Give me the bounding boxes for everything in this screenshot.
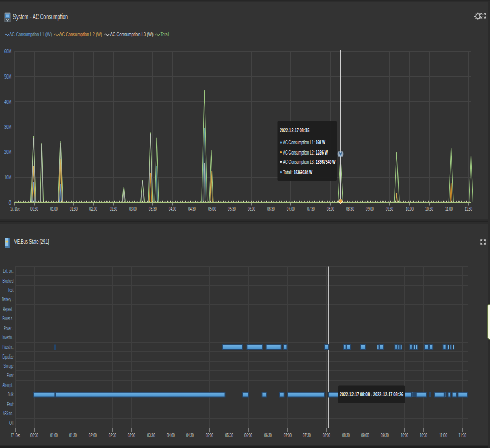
svg-text:Power ..: Power .. bbox=[4, 326, 14, 331]
svg-text:05:30: 05:30 bbox=[225, 432, 233, 438]
svg-text:09:30: 09:30 bbox=[381, 432, 389, 438]
svg-text:AC Consumption L2 (W): AC Consumption L2 (W) bbox=[59, 31, 102, 37]
svg-text:03:00: 03:00 bbox=[129, 206, 137, 212]
svg-text:05:30: 05:30 bbox=[228, 206, 236, 212]
svg-text:Total: Total bbox=[161, 31, 169, 37]
svg-text:04:00: 04:00 bbox=[169, 206, 176, 212]
svg-text:50M: 50M bbox=[4, 73, 11, 80]
svg-text:08:30: 08:30 bbox=[346, 206, 354, 212]
svg-text:09:30: 09:30 bbox=[386, 206, 393, 212]
svg-text:09:00: 09:00 bbox=[366, 206, 374, 212]
svg-text:18367540 W: 18367540 W bbox=[316, 159, 336, 165]
svg-text:Power s..: Power s.. bbox=[3, 316, 14, 321]
svg-text:17. Dec: 17. Dec bbox=[11, 432, 20, 438]
svg-text:05:00: 05:00 bbox=[208, 206, 216, 212]
svg-text:AC Consumption L1:: AC Consumption L1: bbox=[283, 139, 315, 145]
svg-text:10:00: 10:00 bbox=[401, 432, 408, 438]
svg-text:2022-12-17 08:08 - 2022-12-17: 2022-12-17 08:08 - 2022-12-17 08:26 bbox=[340, 391, 403, 397]
svg-text:06:30: 06:30 bbox=[267, 206, 275, 212]
svg-text:06:00: 06:00 bbox=[244, 432, 252, 438]
svg-text:08:30: 08:30 bbox=[342, 432, 350, 438]
svg-text:Test: Test bbox=[8, 287, 14, 293]
svg-text:06:00: 06:00 bbox=[248, 206, 255, 212]
svg-text:Float: Float bbox=[7, 373, 14, 378]
svg-text:02:30: 02:30 bbox=[110, 206, 117, 212]
svg-text:Blocked: Blocked bbox=[3, 278, 14, 284]
svg-text:02:00: 02:00 bbox=[89, 432, 97, 438]
svg-text:01:00: 01:00 bbox=[50, 206, 58, 212]
svg-text:02:00: 02:00 bbox=[89, 206, 97, 212]
svg-text:18369034 W: 18369034 W bbox=[294, 169, 312, 175]
svg-text:Invertin..: Invertin.. bbox=[3, 335, 14, 341]
svg-text:10:30: 10:30 bbox=[425, 206, 433, 212]
svg-text:11:30: 11:30 bbox=[458, 432, 466, 438]
svg-text:03:30: 03:30 bbox=[147, 432, 155, 438]
svg-text:11:30: 11:30 bbox=[465, 206, 472, 212]
svg-text:04:30: 04:30 bbox=[188, 206, 196, 212]
svg-text:07:00: 07:00 bbox=[284, 432, 292, 438]
svg-text:40M: 40M bbox=[4, 99, 11, 105]
svg-text:17. Dec: 17. Dec bbox=[10, 206, 20, 212]
svg-text:03:00: 03:00 bbox=[128, 432, 135, 438]
svg-text:09:00: 09:00 bbox=[361, 432, 369, 438]
svg-text:Total:: Total: bbox=[283, 169, 293, 175]
svg-text:00:30: 00:30 bbox=[30, 432, 38, 438]
svg-text:01:30: 01:30 bbox=[70, 206, 78, 212]
svg-text:10M: 10M bbox=[4, 174, 11, 180]
svg-text:10:00: 10:00 bbox=[406, 206, 414, 212]
svg-text:60M: 60M bbox=[4, 48, 11, 54]
svg-text:08:00: 08:00 bbox=[323, 432, 330, 438]
svg-text:00:30: 00:30 bbox=[30, 206, 38, 212]
svg-text:Absorpt..: Absorpt.. bbox=[3, 382, 14, 388]
svg-text:04:00: 04:00 bbox=[167, 432, 175, 438]
svg-text:06:30: 06:30 bbox=[264, 432, 272, 438]
svg-text:04:30: 04:30 bbox=[186, 432, 194, 438]
svg-text:01:30: 01:30 bbox=[69, 432, 77, 438]
svg-text:AC Consumption L1 (W): AC Consumption L1 (W) bbox=[9, 31, 52, 37]
svg-text:Storage: Storage bbox=[4, 363, 14, 369]
svg-text:11:00: 11:00 bbox=[445, 206, 453, 212]
svg-text:07:00: 07:00 bbox=[287, 206, 295, 212]
svg-text:1326 W: 1326 W bbox=[316, 149, 328, 156]
svg-text:AC Consumption L3 (W): AC Consumption L3 (W) bbox=[110, 31, 154, 37]
svg-text:Fault: Fault bbox=[7, 401, 14, 407]
svg-text:07:30: 07:30 bbox=[303, 432, 311, 438]
svg-text:Ext. co..: Ext. co.. bbox=[3, 268, 14, 274]
svg-text:20M: 20M bbox=[4, 149, 11, 155]
svg-text:AC Consumption L3:: AC Consumption L3: bbox=[283, 159, 315, 165]
svg-text:05:00: 05:00 bbox=[206, 432, 213, 438]
svg-text:07:30: 07:30 bbox=[307, 206, 315, 212]
svg-text:168 W: 168 W bbox=[316, 139, 325, 145]
svg-text:AES mo..: AES mo.. bbox=[3, 411, 14, 416]
svg-text:11:00: 11:00 bbox=[439, 432, 447, 438]
svg-text:Passthr..: Passthr.. bbox=[3, 344, 14, 350]
svg-text:2022-12-17 08:15: 2022-12-17 08:15 bbox=[280, 127, 309, 133]
svg-text:AC Consumption L2:: AC Consumption L2: bbox=[283, 149, 315, 156]
svg-text:01:00: 01:00 bbox=[50, 432, 58, 438]
svg-text:Equalize: Equalize bbox=[3, 354, 14, 360]
svg-text:30M: 30M bbox=[4, 123, 11, 130]
svg-text:02:30: 02:30 bbox=[109, 432, 116, 438]
svg-text:08:00: 08:00 bbox=[327, 206, 334, 212]
svg-text:03:30: 03:30 bbox=[149, 206, 157, 212]
svg-text:Battery ..: Battery .. bbox=[2, 297, 14, 302]
svg-text:VE.Bus State [291]: VE.Bus State [291] bbox=[14, 238, 49, 245]
svg-text:Repeat..: Repeat.. bbox=[3, 306, 14, 312]
svg-text:System - AC Consumption: System - AC Consumption bbox=[13, 12, 68, 21]
svg-text:0: 0 bbox=[8, 199, 11, 206]
svg-text:Off: Off bbox=[9, 420, 14, 426]
svg-text:10:30: 10:30 bbox=[420, 432, 427, 438]
svg-text:Bulk: Bulk bbox=[8, 392, 14, 397]
